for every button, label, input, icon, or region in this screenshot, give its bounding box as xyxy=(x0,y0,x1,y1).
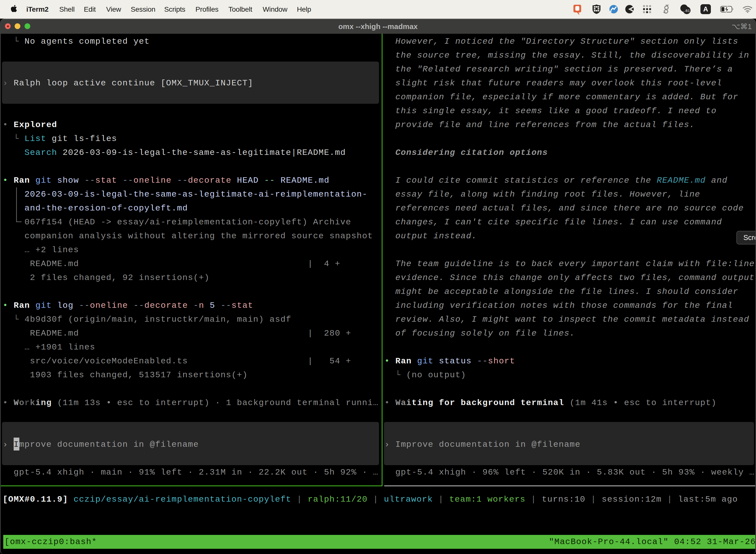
svg-text:..61: ..61 xyxy=(684,8,690,13)
